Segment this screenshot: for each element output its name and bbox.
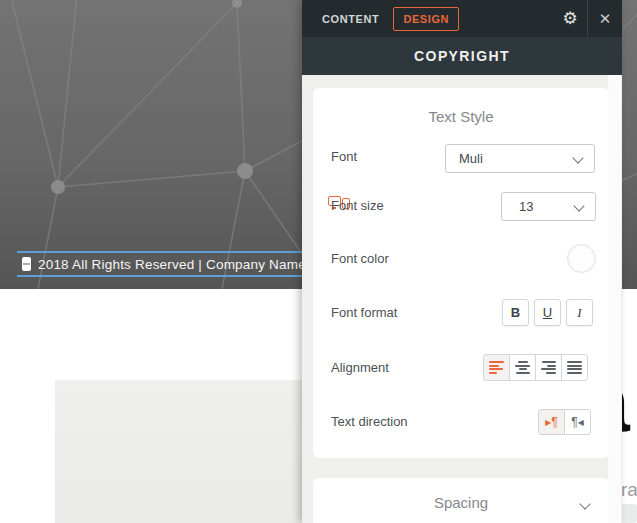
text-style-title: Text Style [313,108,609,125]
align-left-button[interactable] [483,354,510,381]
text-style-card: Text Style Font Muli Font size 13 Font c… [313,88,609,458]
copyright-text[interactable]: 2018 All Rights Reserved | Company Name [38,257,306,272]
font-size-label: Font size [331,198,384,213]
font-select-value: Muli [459,151,483,166]
scrollbar-track[interactable] [608,75,621,523]
alignment-button-group [483,354,588,381]
align-justify-icon [567,361,582,374]
tab-design[interactable]: DESIGN [393,7,459,31]
align-center-button[interactable] [509,354,536,381]
selected-copyright-widget[interactable]: 2018 All Rights Reserved | Company Name [17,251,317,277]
align-left-icon [489,361,504,374]
chevron-down-icon [572,152,583,163]
font-color-swatch[interactable] [567,244,596,273]
panel-body: Text Style Font Muli Font size 13 Font c… [302,75,622,523]
font-color-label: Font color [331,251,389,266]
align-center-icon [515,361,530,374]
screen: 2018 All Rights Reserved | Company Name … [0,0,637,523]
font-format-label: Font format [331,305,397,320]
text-direction-button-group: ▸¶ ¶◂ [538,409,591,435]
copyright-icon [22,257,31,271]
close-icon[interactable]: ✕ [588,0,622,37]
align-right-button[interactable] [535,354,562,381]
editor-tabbar: CONTENT DESIGN ⚙ ✕ [302,0,622,37]
alignment-label: Alignment [331,360,389,375]
text-direction-label: Text direction [331,414,408,429]
direction-rtl-button[interactable]: ¶◂ [564,409,591,435]
bold-button[interactable]: B [502,299,529,326]
align-right-icon [541,361,556,374]
chevron-down-icon [573,200,584,211]
spacing-title: Spacing [313,494,609,511]
panel-title: COPYRIGHT [302,37,622,75]
gear-icon[interactable]: ⚙ [553,0,587,37]
italic-button[interactable]: I [566,299,593,326]
direction-ltr-button[interactable]: ▸¶ [538,409,565,435]
tab-content[interactable]: CONTENT [312,7,389,31]
font-size-select-value: 13 [519,199,533,214]
widget-editor-panel: CONTENT DESIGN ⚙ ✕ COPYRIGHT Text Style … [302,0,622,523]
spacing-card[interactable]: Spacing [313,478,609,523]
clipped-paragraph-text: ra [621,479,637,501]
font-label: Font [331,149,357,164]
font-select[interactable]: Muli [445,144,595,173]
align-justify-button[interactable] [561,354,588,381]
font-size-select[interactable]: 13 [501,192,596,221]
underline-button[interactable]: U [534,299,561,326]
